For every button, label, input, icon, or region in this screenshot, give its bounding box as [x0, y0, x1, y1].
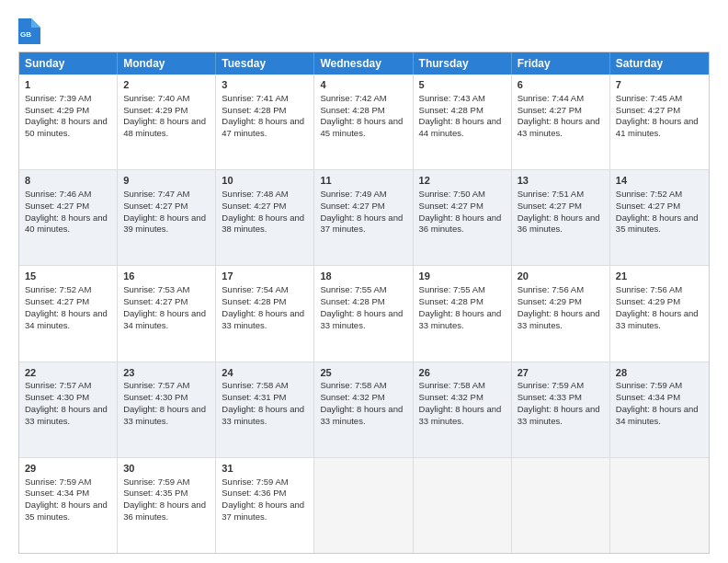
day-cell-7: 7Sunrise: 7:45 AMSunset: 4:27 PMDaylight…	[610, 75, 709, 169]
sunset-text: Sunset: 4:27 PM	[419, 201, 483, 211]
daylight-text: Daylight: 8 hours and 50 minutes.	[25, 116, 108, 138]
daylight-text: Daylight: 8 hours and 36 minutes.	[518, 213, 600, 235]
day-cell-10: 10Sunrise: 7:48 AMSunset: 4:27 PMDayligh…	[216, 170, 314, 265]
day-number: 20	[518, 270, 604, 283]
header-day-saturday: Saturday	[610, 52, 709, 75]
day-cell-28: 28Sunrise: 7:59 AMSunset: 4:34 PMDayligh…	[610, 362, 709, 457]
day-number: 19	[419, 270, 506, 283]
daylight-text: Daylight: 8 hours and 33 minutes.	[222, 404, 304, 426]
calendar-week-4: 22Sunrise: 7:57 AMSunset: 4:30 PMDayligh…	[19, 362, 709, 457]
sunset-text: Sunset: 4:27 PM	[123, 201, 188, 211]
sunrise-text: Sunrise: 7:54 AM	[222, 284, 288, 294]
daylight-text: Daylight: 8 hours and 34 minutes.	[616, 404, 699, 426]
sunrise-text: Sunrise: 7:59 AM	[616, 380, 682, 390]
day-number: 23	[123, 366, 210, 380]
daylight-text: Daylight: 8 hours and 47 minutes.	[222, 116, 304, 138]
calendar-week-1: 1Sunrise: 7:39 AMSunset: 4:29 PMDaylight…	[19, 75, 709, 169]
day-number: 28	[616, 366, 703, 380]
day-cell-4: 4Sunrise: 7:42 AMSunset: 4:28 PMDaylight…	[314, 75, 413, 169]
daylight-text: Daylight: 8 hours and 37 minutes.	[222, 500, 304, 522]
sunset-text: Sunset: 4:27 PM	[123, 296, 188, 306]
logo: GB	[18, 18, 42, 44]
day-number: 12	[419, 174, 506, 188]
day-number: 22	[25, 366, 111, 380]
day-number: 17	[222, 270, 308, 283]
sunset-text: Sunset: 4:27 PM	[222, 201, 286, 211]
calendar-page: GB SundayMondayTuesdayWednesdayThursdayF…	[0, 0, 728, 563]
day-number: 2	[123, 78, 210, 92]
sunset-text: Sunset: 4:33 PM	[518, 392, 582, 402]
day-number: 8	[25, 174, 111, 188]
day-cell-22: 22Sunrise: 7:57 AMSunset: 4:30 PMDayligh…	[19, 362, 118, 457]
day-number: 1	[25, 78, 111, 92]
sunrise-text: Sunrise: 7:55 AM	[419, 284, 485, 294]
header-day-monday: Monday	[118, 52, 216, 75]
day-cell-5: 5Sunrise: 7:43 AMSunset: 4:28 PMDaylight…	[414, 75, 512, 169]
sunrise-text: Sunrise: 7:59 AM	[222, 477, 288, 487]
day-cell-15: 15Sunrise: 7:52 AMSunset: 4:27 PMDayligh…	[19, 266, 118, 361]
sunset-text: Sunset: 4:27 PM	[320, 201, 384, 211]
daylight-text: Daylight: 8 hours and 37 minutes.	[320, 213, 403, 235]
sunset-text: Sunset: 4:32 PM	[320, 392, 384, 402]
daylight-text: Daylight: 8 hours and 44 minutes.	[419, 116, 502, 138]
daylight-text: Daylight: 8 hours and 41 minutes.	[616, 116, 699, 138]
sunset-text: Sunset: 4:29 PM	[25, 105, 89, 115]
day-cell-2: 2Sunrise: 7:40 AMSunset: 4:29 PMDaylight…	[118, 75, 216, 169]
sunrise-text: Sunrise: 7:41 AM	[222, 93, 288, 103]
day-number: 27	[518, 366, 604, 380]
day-number: 7	[616, 78, 703, 92]
daylight-text: Daylight: 8 hours and 45 minutes.	[320, 116, 403, 138]
day-cell-19: 19Sunrise: 7:55 AMSunset: 4:28 PMDayligh…	[414, 266, 512, 361]
sunrise-text: Sunrise: 7:59 AM	[25, 477, 91, 487]
day-number: 18	[320, 270, 406, 283]
day-number: 9	[123, 174, 210, 188]
sunset-text: Sunset: 4:28 PM	[222, 105, 286, 115]
daylight-text: Daylight: 8 hours and 33 minutes.	[616, 308, 699, 330]
day-number: 30	[123, 462, 210, 476]
day-number: 6	[518, 78, 604, 92]
day-cell-31: 31Sunrise: 7:59 AMSunset: 4:36 PMDayligh…	[216, 458, 314, 553]
header-day-wednesday: Wednesday	[314, 52, 413, 75]
day-cell-12: 12Sunrise: 7:50 AMSunset: 4:27 PMDayligh…	[414, 170, 512, 265]
calendar-week-2: 8Sunrise: 7:46 AMSunset: 4:27 PMDaylight…	[19, 169, 709, 265]
day-number: 16	[123, 270, 210, 283]
sunrise-text: Sunrise: 7:57 AM	[123, 380, 189, 390]
sunset-text: Sunset: 4:29 PM	[123, 105, 188, 115]
sunset-text: Sunset: 4:30 PM	[123, 392, 188, 402]
sunrise-text: Sunrise: 7:52 AM	[25, 284, 91, 294]
sunrise-text: Sunrise: 7:42 AM	[320, 93, 386, 103]
day-cell-29: 29Sunrise: 7:59 AMSunset: 4:34 PMDayligh…	[19, 458, 118, 553]
day-cell-1: 1Sunrise: 7:39 AMSunset: 4:29 PMDaylight…	[19, 75, 118, 169]
sunset-text: Sunset: 4:28 PM	[320, 296, 384, 306]
empty-cell	[414, 458, 512, 553]
day-number: 31	[222, 462, 308, 476]
sunrise-text: Sunrise: 7:57 AM	[25, 380, 91, 390]
sunrise-text: Sunrise: 7:43 AM	[419, 93, 485, 103]
day-cell-14: 14Sunrise: 7:52 AMSunset: 4:27 PMDayligh…	[610, 170, 709, 265]
daylight-text: Daylight: 8 hours and 33 minutes.	[518, 308, 600, 330]
sunset-text: Sunset: 4:28 PM	[222, 296, 286, 306]
daylight-text: Daylight: 8 hours and 33 minutes.	[123, 404, 206, 426]
daylight-text: Daylight: 8 hours and 36 minutes.	[123, 500, 206, 522]
sunrise-text: Sunrise: 7:45 AM	[616, 93, 682, 103]
daylight-text: Daylight: 8 hours and 33 minutes.	[320, 404, 403, 426]
day-number: 24	[222, 366, 308, 380]
day-number: 5	[419, 78, 506, 92]
daylight-text: Daylight: 8 hours and 35 minutes.	[616, 213, 699, 235]
day-cell-23: 23Sunrise: 7:57 AMSunset: 4:30 PMDayligh…	[118, 362, 216, 457]
sunset-text: Sunset: 4:27 PM	[518, 201, 582, 211]
day-number: 25	[320, 366, 406, 380]
day-number: 14	[616, 174, 703, 188]
daylight-text: Daylight: 8 hours and 33 minutes.	[518, 404, 600, 426]
day-number: 11	[320, 174, 406, 188]
sunset-text: Sunset: 4:27 PM	[25, 201, 89, 211]
header-day-friday: Friday	[512, 52, 610, 75]
sunset-text: Sunset: 4:30 PM	[25, 392, 89, 402]
sunrise-text: Sunrise: 7:44 AM	[518, 93, 584, 103]
daylight-text: Daylight: 8 hours and 38 minutes.	[222, 213, 304, 235]
sunset-text: Sunset: 4:27 PM	[616, 105, 680, 115]
header-day-tuesday: Tuesday	[216, 52, 314, 75]
sunset-text: Sunset: 4:31 PM	[222, 392, 286, 402]
day-cell-6: 6Sunrise: 7:44 AMSunset: 4:27 PMDaylight…	[512, 75, 610, 169]
sunset-text: Sunset: 4:34 PM	[616, 392, 680, 402]
